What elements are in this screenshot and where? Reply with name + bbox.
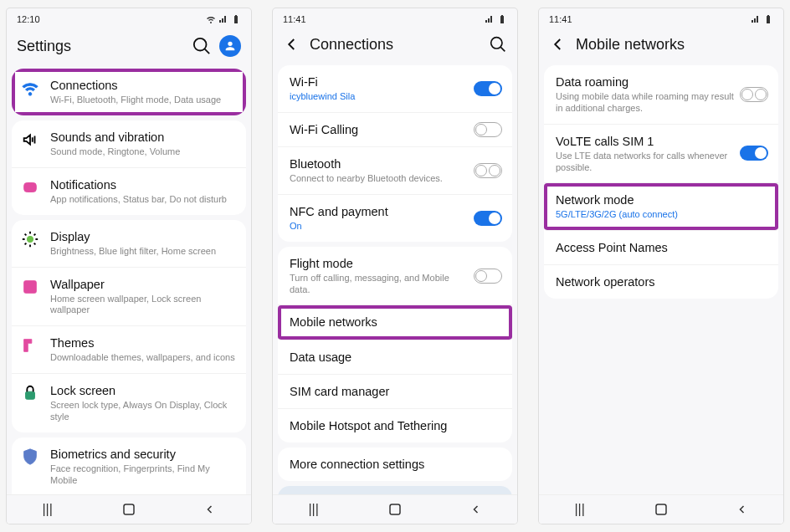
row-more[interactable]: More connection settings (278, 448, 512, 481)
row-roaming[interactable]: Data roamingUsing mobile data while roam… (544, 65, 778, 125)
row-notifications[interactable]: NotificationsApp notifications, Status b… (12, 168, 246, 215)
row-wallpaper[interactable]: WallpaperHome screen wallpaper, Lock scr… (12, 268, 246, 327)
row-sounds[interactable]: Sounds and vibrationSound mode, Ringtone… (12, 120, 246, 168)
search-icon (192, 37, 211, 55)
signal-icon (218, 14, 228, 24)
svg-rect-2 (24, 280, 37, 293)
row-title: Notifications (50, 177, 236, 192)
back-button[interactable] (283, 35, 301, 54)
wifi-icon (206, 14, 216, 24)
status-time: 12:10 (17, 14, 40, 24)
row-bluetooth[interactable]: BluetoothConnect to nearby Bluetooth dev… (278, 147, 512, 195)
row-wificalling[interactable]: Wi-Fi Calling (278, 113, 512, 147)
row-nfc[interactable]: NFC and paymentOn (278, 195, 512, 242)
toggle-roaming[interactable] (740, 87, 768, 102)
signal-icon (485, 14, 495, 24)
nav-recents[interactable]: ||| (571, 500, 589, 519)
row-subtitle: Brightness, Blue light filter, Home scre… (50, 246, 236, 258)
settings-group: More connection settings (278, 448, 512, 481)
row-flightmode[interactable]: Flight modeTurn off calling, messaging, … (278, 247, 512, 306)
row-title: Themes (50, 335, 236, 350)
nav-bar: ||| (273, 494, 517, 524)
row-title: SIM card manager (290, 384, 502, 399)
row-subtitle: Home screen wallpaper, Lock screen wallp… (50, 294, 236, 317)
row-subtitle: On (290, 221, 472, 233)
row-title: Network operators (556, 274, 768, 289)
battery-icon (231, 14, 241, 24)
nav-bar: ||| (7, 494, 251, 524)
row-volte[interactable]: VoLTE calls SIM 1Use LTE data networks f… (544, 125, 778, 184)
row-subtitle: App notifications, Status bar, Do not di… (50, 194, 236, 206)
lock-icon (20, 383, 40, 403)
status-time: 11:41 (283, 14, 306, 24)
title-bar: Settings (7, 28, 251, 64)
toggle-wificalling[interactable] (474, 122, 502, 137)
nav-back[interactable] (467, 500, 485, 519)
nav-home[interactable] (386, 500, 404, 519)
svg-rect-7 (390, 504, 400, 514)
chevron-left-icon (285, 37, 300, 52)
settings-group: Data roamingUsing mobile data while roam… (544, 65, 778, 299)
nav-recents[interactable]: ||| (305, 500, 323, 519)
wallpaper-icon (20, 277, 40, 297)
search-button[interactable] (192, 37, 211, 55)
chevron-left-icon (737, 504, 747, 514)
settings-group: Sounds and vibrationSound mode, Ringtone… (12, 120, 246, 215)
back-button[interactable] (549, 35, 567, 54)
svg-rect-3 (26, 391, 35, 399)
toggle-volte[interactable] (740, 146, 768, 161)
row-display[interactable]: DisplayBrightness, Blue light filter, Ho… (12, 220, 246, 268)
nav-bar: ||| (539, 494, 783, 524)
row-title: More connection settings (290, 457, 502, 472)
row-datausage[interactable]: Data usage (278, 340, 512, 375)
nav-recents[interactable]: ||| (38, 500, 57, 519)
nav-home[interactable] (120, 500, 138, 519)
row-subtitle: Face recognition, Fingerprints, Find My … (50, 463, 236, 487)
row-title: Access Point Names (556, 240, 768, 255)
row-title: Connections (50, 78, 236, 93)
toggle-bluetooth[interactable] (474, 163, 502, 178)
person-icon (223, 39, 237, 53)
toggle-nfc[interactable] (474, 211, 502, 226)
row-title: Sounds and vibration (50, 130, 236, 145)
toggle-wifi[interactable] (474, 81, 502, 96)
row-netmode[interactable]: Network mode5G/LTE/3G/2G (auto connect) (544, 183, 778, 231)
sound-icon (20, 130, 40, 150)
row-title: Data usage (290, 350, 502, 365)
row-lockscreen[interactable]: Lock screenScreen lock type, Always On D… (12, 374, 246, 432)
nav-back[interactable] (201, 500, 219, 519)
row-title: Wallpaper (50, 277, 236, 292)
row-wifi[interactable]: Wi-Fiicybluewind Sila (278, 65, 512, 113)
row-biometrics[interactable]: Biometrics and securityFace recognition,… (12, 437, 246, 494)
chevron-left-icon (551, 37, 566, 52)
row-hotspot[interactable]: Mobile Hotspot and Tethering (278, 409, 512, 442)
toggle-flightmode[interactable] (474, 269, 502, 284)
status-bar: 11:41 (539, 8, 783, 28)
row-title: Flight mode (290, 256, 472, 271)
row-mobilenetworks[interactable]: Mobile networks (278, 305, 512, 340)
row-operators[interactable]: Network operators (544, 265, 778, 299)
row-connections[interactable]: ConnectionsWi-Fi, Bluetooth, Flight mode… (12, 69, 246, 115)
page-title: Mobile networks (576, 36, 773, 54)
row-title: Wi-Fi (290, 74, 472, 90)
row-themes[interactable]: ThemesDownloadable themes, wallpapers, a… (12, 326, 246, 374)
status-icons-right (751, 14, 773, 24)
search-button[interactable] (489, 35, 507, 54)
settings-group: Wi-Fiicybluewind SilaWi-Fi CallingBlueto… (278, 65, 512, 242)
row-title: Data roaming (556, 74, 738, 90)
row-subtitle: Screen lock type, Always On Display, Clo… (50, 400, 236, 423)
profile-avatar[interactable] (219, 35, 241, 57)
row-subtitle: Wi-Fi, Bluetooth, Flight mode, Data usag… (50, 95, 236, 106)
three-screens-container: 12:10 Settings ConnectionsWi-Fi, Bluetoo… (0, 0, 790, 532)
square-icon (121, 502, 136, 517)
screen-mobile-networks: 11:41 Mobile networks Data roamingUsing … (539, 8, 783, 524)
connections-list: Wi-Fiicybluewind SilaWi-Fi CallingBlueto… (273, 60, 517, 494)
nav-back[interactable] (733, 500, 752, 519)
row-apn[interactable]: Access Point Names (544, 231, 778, 265)
nav-home[interactable] (652, 500, 670, 519)
wifi-icon (20, 78, 40, 98)
row-sim[interactable]: SIM card manager (278, 375, 512, 409)
row-title: Lock screen (50, 383, 236, 398)
row-title: Network mode (556, 192, 768, 207)
row-subtitle: Downloadable themes, wallpapers, and ico… (50, 352, 236, 364)
